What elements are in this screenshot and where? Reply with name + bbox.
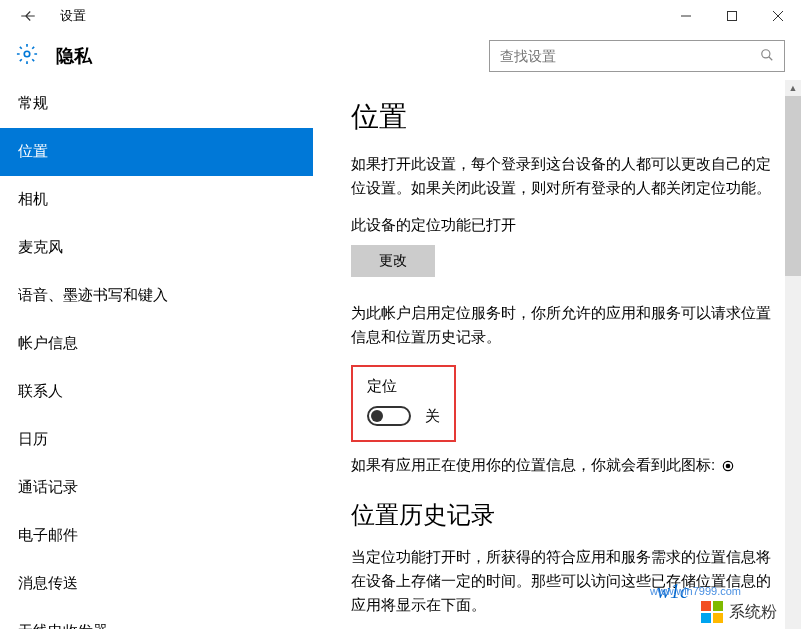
sidebar-item-contacts[interactable]: 联系人 [0,368,313,416]
sidebar-item-label: 帐户信息 [18,334,78,353]
main-panel: 位置 如果打开此设置，每个登录到这台设备的人都可以更改自己的定位设置。如果关闭此… [313,80,801,629]
location-toggle[interactable] [367,406,411,426]
sidebar-item-label: 无线电收发器 [18,622,108,629]
history-title: 位置历史记录 [351,499,771,531]
close-button[interactable] [755,0,801,32]
indicator-text: 如果有应用正在使用你的位置信息，你就会看到此图标: [351,456,715,475]
target-icon [721,459,735,473]
gear-icon [16,43,38,69]
scrollbar[interactable]: ▲ [785,80,801,629]
sidebar-item-speech-ink[interactable]: 语音、墨迹书写和键入 [0,272,313,320]
sidebar-item-account-info[interactable]: 帐户信息 [0,320,313,368]
back-button[interactable] [8,0,48,32]
svg-point-4 [24,51,30,57]
toggle-row: 关 [367,406,440,426]
section-title: 位置 [351,98,771,136]
window-controls [663,0,801,32]
sidebar-item-calendar[interactable]: 日历 [0,416,313,464]
sidebar: 常规 位置 相机 麦克风 语音、墨迹书写和键入 帐户信息 联系人 日历 通话记录… [0,80,313,629]
sidebar-item-location[interactable]: 位置 [0,128,313,176]
watermark-url: www.win7999.com [650,585,741,597]
sidebar-item-label: 消息传送 [18,574,78,593]
sidebar-item-label: 相机 [18,190,48,209]
window-title: 设置 [60,7,86,25]
svg-point-8 [726,464,730,468]
sidebar-item-label: 常规 [18,94,48,113]
intro-text: 如果打开此设置，每个登录到这台设备的人都可以更改自己的定位设置。如果关闭此设置，… [351,152,771,200]
sidebar-item-camera[interactable]: 相机 [0,176,313,224]
sidebar-item-label: 联系人 [18,382,63,401]
maximize-icon [727,11,737,21]
search-icon [760,48,774,65]
sidebar-item-general[interactable]: 常规 [0,80,313,128]
svg-line-6 [769,56,773,60]
device-status-text: 此设备的定位功能已打开 [351,216,771,235]
arrow-left-icon [19,7,37,25]
change-button[interactable]: 更改 [351,245,435,277]
svg-rect-1 [728,12,737,21]
sidebar-item-label: 麦克风 [18,238,63,257]
toggle-knob [371,410,383,422]
indicator-row: 如果有应用正在使用你的位置信息，你就会看到此图标: [351,456,771,475]
search-input[interactable] [500,48,760,64]
sidebar-item-label: 电子邮件 [18,526,78,545]
header: 隐私 [0,32,801,80]
scroll-up-arrow[interactable]: ▲ [785,80,801,96]
toggle-state-text: 关 [425,407,440,426]
sidebar-item-radios[interactable]: 无线电收发器 [0,608,313,629]
sidebar-item-label: 通话记录 [18,478,78,497]
toggle-label: 定位 [367,377,440,396]
highlight-box: 定位 关 [351,365,456,442]
watermark: 系统粉 [701,601,777,623]
minimize-button[interactable] [663,0,709,32]
service-desc-text: 为此帐户启用定位服务时，你所允许的应用和服务可以请求位置信息和位置历史记录。 [351,301,771,349]
search-box[interactable] [489,40,785,72]
scrollbar-thumb[interactable] [785,96,801,276]
sidebar-item-label: 日历 [18,430,48,449]
watermark-logo-icon [701,601,723,623]
content-area: 常规 位置 相机 麦克风 语音、墨迹书写和键入 帐户信息 联系人 日历 通话记录… [0,80,801,629]
page-title: 隐私 [56,44,92,68]
watermark-text: 系统粉 [729,602,777,623]
titlebar: 设置 [0,0,801,32]
sidebar-item-label: 语音、墨迹书写和键入 [18,286,168,305]
maximize-button[interactable] [709,0,755,32]
sidebar-item-label: 位置 [18,142,48,161]
sidebar-item-email[interactable]: 电子邮件 [0,512,313,560]
sidebar-item-messaging[interactable]: 消息传送 [0,560,313,608]
close-icon [773,11,783,21]
sidebar-item-microphone[interactable]: 麦克风 [0,224,313,272]
sidebar-item-call-history[interactable]: 通话记录 [0,464,313,512]
svg-point-5 [762,49,770,57]
minimize-icon [681,11,691,21]
